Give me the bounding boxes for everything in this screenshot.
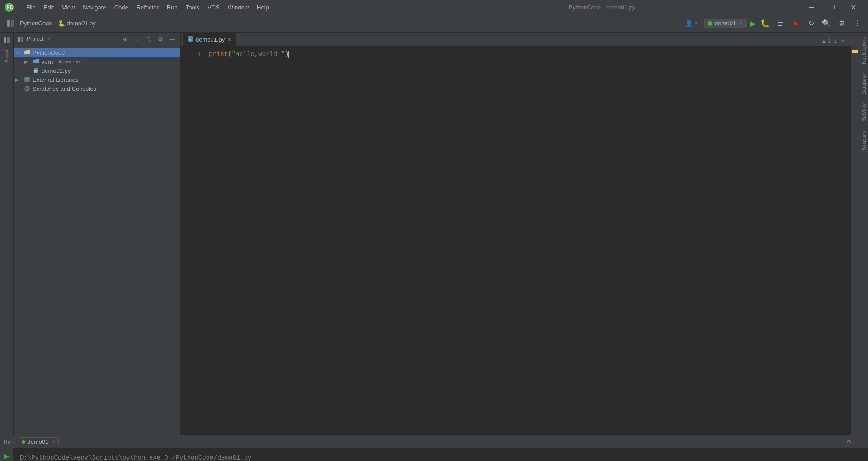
debug-button[interactable]: 🐛	[759, 17, 771, 30]
tree-scratches-item[interactable]: Scratches and Consoles	[14, 84, 180, 93]
more-button[interactable]: ⋮	[851, 17, 863, 30]
warnings-nav-down[interactable]: ▼	[840, 38, 845, 44]
line-numbers: 1	[181, 46, 203, 435]
svg-rect-7	[4, 37, 6, 43]
main-toolbar: PythonCode › 🐍 demo01.py 👤 ▼ demo01 ▼ ▶ …	[0, 14, 868, 33]
project-label[interactable]: Project	[5, 48, 9, 64]
run-bar: Run: demo01 ✕ ⚙ —	[0, 436, 868, 448]
breadcrumb-file[interactable]: 🐍 demo01.py	[58, 20, 96, 27]
run-tab-close[interactable]: ✕	[52, 439, 56, 444]
project-breadcrumb: PythonCode › 🐍 demo01.py	[20, 20, 96, 27]
tree-root-item[interactable]: ▼ PythonCode D:\PythonCode	[14, 48, 180, 57]
svg-rect-15	[25, 80, 28, 80]
root-folder-icon	[24, 49, 31, 56]
venv-folder-icon	[33, 58, 40, 65]
app-logo: PC	[5, 3, 14, 12]
console-line-1: D:\PythonCode\venv\Scripts\python.exe D:…	[20, 453, 862, 461]
menu-code[interactable]: Code	[111, 3, 132, 12]
tree-ext-lib-item[interactable]: ▶ External Libraries	[14, 75, 180, 84]
menu-refactor[interactable]: Refactor	[133, 3, 162, 12]
minimize-button[interactable]: ─	[801, 0, 822, 14]
sidebar-project-icon[interactable]	[1, 34, 13, 46]
close-button[interactable]: ✕	[843, 0, 863, 14]
svg-rect-5	[778, 24, 781, 24]
code-area[interactable]: print("Hello,world!")	[203, 46, 851, 435]
svg-text:PC: PC	[7, 5, 13, 10]
title-bar: PC File Edit View Navigate Code Refactor…	[0, 0, 868, 14]
gutter-warning[interactable]	[852, 50, 858, 53]
editor-more-btn[interactable]: ⋮	[847, 37, 856, 46]
settings-btn[interactable]: ⚙	[156, 35, 165, 44]
expand-all-btn[interactable]: ⊕	[121, 35, 130, 44]
run-config-arrow: ▼	[739, 21, 743, 26]
left-sidebar-icons: Project	[0, 33, 14, 435]
project-panel-header: Project ▼ ⊕ ≡ ⇅ ⚙ —	[14, 33, 180, 46]
run-status-dot	[22, 440, 25, 444]
search-button[interactable]: 🔍	[820, 17, 833, 30]
console-path-text: D:\PythonCode\venv\Scripts\python.exe D:…	[20, 454, 251, 461]
run-hide-btn[interactable]: —	[855, 437, 864, 447]
console-output[interactable]: D:\PythonCode\venv\Scripts\python.exe D:…	[14, 448, 868, 461]
warnings-count[interactable]: ▲ 1	[821, 38, 831, 44]
scratches-name: Scratches and Consoles	[33, 85, 96, 92]
editor-area: py demo01.py ✕ ▲ 1 ▲ ▼ ⋮ 1 print("Hello,…	[181, 33, 859, 435]
scratches-icon	[24, 85, 31, 92]
breadcrumb-project[interactable]: PythonCode	[20, 20, 52, 27]
menu-view[interactable]: View	[58, 3, 78, 12]
window-title: PythonCode - demo01.py	[412, 4, 792, 11]
run-play-button[interactable]: ▶	[750, 19, 756, 28]
venv-badge: library root	[57, 59, 81, 64]
menu-file[interactable]: File	[23, 3, 39, 12]
stop-button[interactable]: ■	[789, 17, 802, 30]
svg-rect-10	[21, 37, 23, 42]
tab-filename: demo01.py	[196, 36, 225, 43]
settings-button[interactable]: ⚙	[835, 17, 848, 30]
svg-rect-14	[25, 78, 29, 79]
venv-expand-icon: ▶	[24, 59, 31, 64]
run-settings-btn[interactable]: ⚙	[844, 437, 854, 447]
run-config[interactable]: demo01 ▼	[704, 19, 747, 28]
coverage-button[interactable]	[774, 17, 787, 30]
run-tab-name: demo01	[27, 438, 48, 445]
refresh-button[interactable]: ↻	[805, 17, 817, 30]
sort-btn[interactable]: ⇅	[144, 35, 153, 44]
svg-text:py: py	[34, 69, 38, 73]
menu-run[interactable]: Run	[163, 3, 181, 12]
sciview-tab[interactable]: SciView	[859, 99, 868, 126]
database-tab[interactable]: Database	[859, 69, 868, 99]
notifications-tab[interactable]: Notifications	[859, 33, 868, 69]
tree-venv-item[interactable]: ▶ venv library root	[14, 57, 180, 66]
collapse-all-btn[interactable]: ≡	[132, 35, 142, 44]
keyword-print: print	[209, 51, 228, 58]
tree-demo-item[interactable]: py demo01.py	[14, 66, 180, 75]
editor-tab-demo01[interactable]: py demo01.py ✕	[183, 33, 236, 46]
menu-tools[interactable]: Tools	[182, 3, 203, 12]
string-hello: "Hello,world!"	[231, 51, 285, 58]
structure-tab[interactable]: Structure	[859, 126, 868, 155]
right-panel: Notifications Database SciView Structure	[859, 33, 868, 435]
account-button[interactable]: 👤 ▼	[683, 19, 701, 28]
menu-edit[interactable]: Edit	[40, 3, 57, 12]
run-tab[interactable]: demo01 ✕	[19, 437, 59, 446]
hide-panel-btn[interactable]: —	[168, 35, 177, 44]
menu-help[interactable]: Help	[253, 3, 273, 12]
editor-tabs: py demo01.py ✕ ▲ 1 ▲ ▼ ⋮	[181, 33, 859, 46]
line-number-1: 1	[183, 50, 201, 59]
run-play-icon[interactable]: ▶	[2, 451, 12, 461]
breadcrumb-sep: ›	[54, 20, 56, 27]
run-config-name: demo01	[715, 20, 736, 27]
menu-window[interactable]: Window	[224, 3, 252, 12]
menu-navigate[interactable]: Navigate	[79, 3, 109, 12]
tab-close-button[interactable]: ✕	[227, 37, 231, 42]
root-expand-icon: ▼	[15, 50, 22, 55]
bottom-panel: Run: demo01 ✕ ⚙ — ▶ ↑ ↓ 🔧	[0, 435, 868, 461]
maximize-button[interactable]: □	[822, 0, 843, 14]
warnings-nav-up[interactable]: ▲	[833, 38, 838, 44]
svg-rect-9	[18, 37, 20, 42]
editor-content[interactable]: 1 print("Hello,world!")	[181, 46, 859, 435]
menu-vcs[interactable]: VCS	[204, 3, 223, 12]
svg-point-18	[27, 89, 28, 90]
project-panel-toggle[interactable]	[5, 18, 16, 29]
ext-lib-icon	[24, 76, 31, 83]
editor-header-right: ▲ 1 ▲ ▼ ⋮	[818, 37, 859, 46]
